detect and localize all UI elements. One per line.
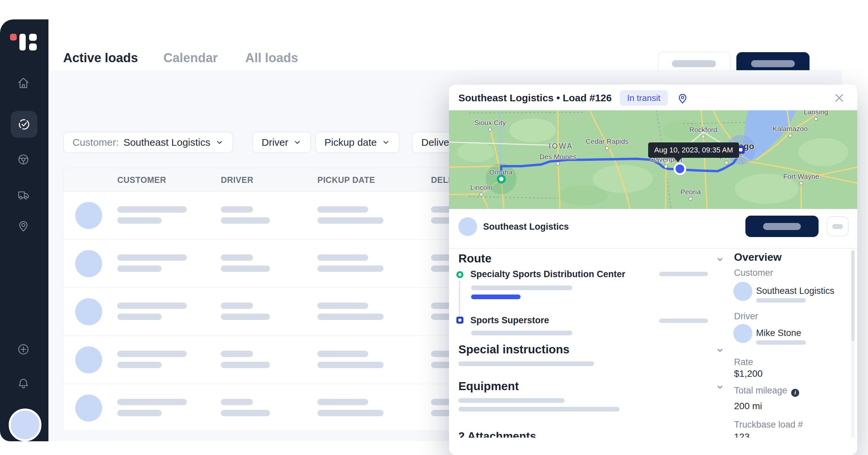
row-avatar — [75, 395, 102, 422]
overview-customer-name[interactable]: Southeast Logistics — [756, 286, 834, 296]
pickup-stop-icon — [456, 271, 463, 278]
map-city-label: Peoria — [681, 188, 701, 201]
panel-more-button[interactable] — [827, 216, 848, 236]
dropoff-stop-icon — [456, 317, 463, 323]
info-icon[interactable]: i — [791, 389, 799, 397]
overview-customer-label: Customer — [734, 268, 773, 278]
row-avatar — [75, 346, 102, 373]
map-city-label: Des Moines — [539, 153, 577, 166]
column-header-customer[interactable]: CUSTOMER — [117, 168, 166, 192]
chevron-down-icon — [215, 138, 224, 147]
skeleton-bar — [221, 217, 270, 224]
customer-avatar — [458, 217, 477, 236]
column-header-pickup[interactable]: PICKUP DATE — [317, 168, 375, 192]
overview-driver-avatar — [733, 324, 752, 343]
equipment-chevron-icon[interactable] — [715, 382, 725, 392]
home-icon[interactable] — [16, 76, 31, 90]
skeleton-bar — [471, 331, 572, 335]
skeleton-bar — [117, 303, 187, 309]
filter-pickup-date[interactable]: Pickup date — [315, 132, 400, 153]
map-city-layer: Sioux CityIOWACedar RapidsDes MoinesOmah… — [449, 110, 857, 209]
load-detail-panel: Southeast Logistics • Load #126 In trans… — [449, 85, 857, 455]
skeleton-bar — [317, 362, 383, 368]
overview-heading: Overview — [734, 251, 781, 263]
chevron-down-icon — [381, 138, 390, 147]
panel-title: Southeast Logistics • Load #126 — [458, 92, 612, 104]
skeleton-bar — [317, 265, 383, 272]
map-city-label: Fort Wayne — [783, 172, 819, 186]
filter-driver-label: Driver — [261, 137, 288, 148]
logo-square-bottom — [29, 44, 37, 51]
row-avatar — [75, 202, 102, 229]
special-instructions-heading: Special instructions — [458, 343, 570, 356]
tab-all-loads[interactable]: All loads — [245, 51, 298, 65]
skeleton-bar — [117, 265, 162, 272]
skeleton-bar — [117, 410, 162, 416]
skeleton-bar — [317, 351, 368, 357]
skeleton-bar — [756, 298, 806, 303]
skeleton-bar — [221, 351, 253, 357]
map-city-label: IOWA — [549, 142, 573, 151]
pickup-stop-name[interactable]: Specialty Sports Distribution Center — [470, 269, 625, 280]
skeleton-bar — [117, 314, 162, 320]
skeleton-bar — [317, 254, 368, 261]
route-connector — [459, 281, 460, 315]
location-pin-icon[interactable] — [676, 91, 689, 105]
route-map[interactable]: Sioux CityIOWACedar RapidsDes MoinesOmah… — [449, 110, 857, 209]
logo-red-square — [10, 34, 17, 40]
skeleton-bar — [471, 285, 572, 290]
sidebar-item-active-loads[interactable] — [11, 111, 37, 138]
skeleton-bar — [117, 399, 187, 405]
skeleton-bar — [458, 361, 594, 366]
equipment-heading: Equipment — [458, 379, 519, 393]
tab-calendar[interactable]: Calendar — [163, 51, 218, 65]
overview-driver-label: Driver — [734, 311, 758, 322]
button-skeleton — [751, 60, 795, 67]
special-instructions-chevron-icon[interactable] — [715, 345, 725, 356]
origin-marker-icon[interactable] — [497, 174, 506, 183]
panel-header: Southeast Logistics • Load #126 In trans… — [458, 89, 689, 107]
truck-icon[interactable] — [16, 188, 31, 202]
bell-icon[interactable] — [16, 376, 31, 391]
truckbase-logo-icon[interactable] — [10, 33, 37, 51]
map-city-label: Cedar Rapids — [586, 137, 628, 150]
skeleton-bar — [221, 399, 253, 405]
skeleton-bar — [117, 362, 162, 368]
customer-name: Southeast Logistics — [483, 222, 569, 232]
dropoff-stop-name[interactable]: Sports Superstore — [470, 315, 549, 325]
skeleton-bar — [317, 217, 383, 224]
skeleton-bar — [117, 254, 187, 261]
map-city-label: Kalamazoo — [772, 125, 808, 138]
steering-wheel-icon[interactable] — [16, 152, 31, 167]
map-pin-icon[interactable] — [16, 219, 31, 233]
close-icon[interactable] — [832, 91, 847, 105]
rate-value: $1,200 — [734, 368, 763, 379]
overview-driver-name[interactable]: Mike Stone — [756, 328, 801, 338]
column-header-driver[interactable]: DRIVER — [221, 168, 253, 192]
route-collapse-chevron-icon[interactable] — [715, 254, 725, 264]
skeleton-bar — [659, 319, 708, 323]
map-city-label: Rockford — [689, 126, 717, 139]
panel-primary-button[interactable] — [745, 216, 818, 237]
skeleton-bar — [221, 303, 253, 309]
filter-driver[interactable]: Driver — [252, 132, 311, 153]
map-city-label: Lincoln — [470, 183, 493, 197]
skeleton-bar — [221, 314, 270, 320]
skeleton-bar — [458, 407, 619, 411]
skeleton-bar — [117, 351, 187, 357]
clock-check-icon — [17, 117, 32, 132]
filter-customer-label: Customer: — [72, 137, 119, 148]
skeleton-bar — [458, 398, 565, 403]
tab-active-loads[interactable]: Active loads — [63, 51, 138, 65]
panel-scrollbar-thumb[interactable] — [851, 250, 855, 341]
skeleton-bar — [221, 265, 270, 272]
skeleton-bar — [221, 410, 270, 416]
logo-bar — [20, 34, 26, 51]
divider — [449, 248, 857, 249]
filter-customer[interactable]: Customer: Southeast Logistics — [63, 132, 233, 153]
user-avatar[interactable] — [9, 408, 41, 441]
plus-circle-icon[interactable] — [16, 342, 31, 357]
button-skeleton — [763, 223, 801, 230]
skeleton-bar — [317, 314, 383, 320]
skeleton-bar — [317, 206, 368, 212]
